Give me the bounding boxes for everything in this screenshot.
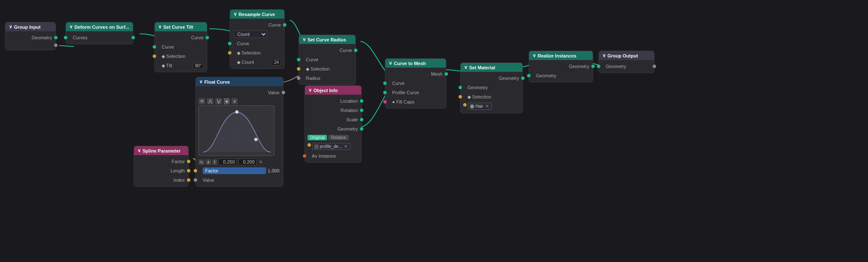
curve-out-socket <box>206 36 209 39</box>
profile-label: profile_de... <box>320 144 342 149</box>
curve-canvas-wrapper <box>196 105 283 158</box>
factor-out-socket <box>187 160 190 163</box>
xy-close-btn[interactable]: ✕ <box>258 159 264 165</box>
sel-socket3 <box>297 67 300 71</box>
curve-to-mesh-node: ∨ Curve to Mesh Mesh Curve Profile Curve… <box>385 58 446 109</box>
rotation-socket <box>360 109 363 112</box>
spline-parameter-header: ∨ Spline Parameter <box>134 146 188 155</box>
tilt-value[interactable]: 90° <box>193 63 203 69</box>
factor-out-row: Factor <box>134 157 188 166</box>
as-instance-row: As Instance <box>305 151 361 161</box>
resample-curve-title: Resample Curve <box>239 12 275 17</box>
wave3-btn[interactable]: ⌇ <box>212 159 217 165</box>
geometry-sm-in: Geometry <box>461 83 522 92</box>
value-out-label: Value <box>268 90 279 95</box>
geometry-label-info: Geometry <box>338 126 358 131</box>
y-input[interactable] <box>238 158 257 165</box>
factor-in-socket <box>194 169 197 172</box>
zoom-in-btn[interactable]: ⋀ <box>207 98 214 104</box>
curve-socket-top <box>283 23 286 27</box>
control-point[interactable] <box>235 110 239 114</box>
profile-curve-row: Profile Curve <box>385 88 446 97</box>
set-material-node: ∨ Set Material Geometry Geometry ◆ Selec… <box>460 63 523 113</box>
more-btn[interactable]: ∨ <box>231 98 238 104</box>
chevron-icon9: ∨ <box>533 53 536 58</box>
count-select[interactable]: Count <box>233 30 267 38</box>
reset-btn[interactable]: ⟲ <box>198 98 205 104</box>
object-info-header: ∨ Object Info <box>305 86 361 95</box>
wave2-btn[interactable]: ∧ <box>206 159 211 165</box>
group-input-header: ∨ Group Input <box>5 22 55 31</box>
geometry-label: Geometry <box>32 35 52 40</box>
chevron-icon10: ∨ <box>602 53 606 58</box>
radius-row: Radius <box>299 74 355 83</box>
radius-label: Radius <box>302 76 320 81</box>
curve-in-row2: Curve <box>230 39 284 48</box>
set-material-title: Set Material <box>469 65 495 70</box>
clip-btn[interactable]: ● <box>224 98 230 104</box>
resample-curve-header: ∨ Resample Curve <box>230 10 284 19</box>
spline-parameter-title: Spline Parameter <box>143 148 181 153</box>
geo-sm-in-label: Geometry <box>464 85 488 90</box>
geometry-ri-in-label: Geometry <box>533 73 556 78</box>
chevron-icon7: ∨ <box>389 60 392 66</box>
curve-label3: Curve <box>302 57 318 62</box>
count-row: ◆ Count 24 <box>230 57 284 67</box>
set-curve-radius-node: ∨ Set Curve Radius Curve Curve ◆ Selecti… <box>299 35 356 85</box>
curve-in2 <box>228 42 231 45</box>
curve-to-mesh-header: ∨ Curve to Mesh <box>385 59 446 68</box>
factor-value: 1.000 <box>268 168 280 173</box>
set-curve-radius-header: ∨ Set Curve Radius <box>299 35 355 44</box>
factor-label-input[interactable] <box>203 167 266 174</box>
xy-row: ∿ ∧ ⌇ ✕ <box>196 158 283 166</box>
curve-label2: Curve <box>233 41 249 46</box>
original-btn[interactable]: Original <box>308 135 327 140</box>
count-value[interactable]: 24 <box>272 59 281 66</box>
count-dropdown-row[interactable]: Count <box>230 30 284 39</box>
float-curve-canvas[interactable] <box>198 105 275 156</box>
sel-row3: ◆ Selection <box>299 64 355 74</box>
wave1-btn[interactable]: ∿ <box>198 159 204 165</box>
profile-icon <box>314 145 319 149</box>
factor-in-row: 1.000 <box>196 166 283 175</box>
chevron-icon11: ∨ <box>199 79 203 85</box>
index-socket <box>187 178 190 182</box>
profile-close-btn[interactable]: ✕ <box>343 144 349 149</box>
relative-btn[interactable]: Relative <box>328 135 349 140</box>
count-label: ◆ Count <box>233 60 254 65</box>
chevron-icon: ∨ <box>9 24 12 30</box>
control-point2[interactable] <box>254 138 258 141</box>
scale-socket <box>360 118 363 121</box>
toggle-row: Original Relative <box>305 134 361 142</box>
hair-close-btn[interactable]: ✕ <box>484 104 490 109</box>
hair-chip[interactable]: Hair ✕ <box>468 103 492 110</box>
hair-icon <box>470 104 474 109</box>
curve-right-label: Curve <box>340 48 352 53</box>
zoom-out-btn[interactable]: ⋁ <box>215 98 222 104</box>
profile-chip-row: profile_de... ✕ <box>305 142 361 151</box>
profile-curve-socket <box>383 91 387 94</box>
hair-label: Hair <box>475 104 483 109</box>
curve-in-ctm: Curve <box>385 79 446 88</box>
selection-in-row: ◆ Selection <box>230 48 284 57</box>
location-socket <box>360 99 363 103</box>
curve-in3: Curve <box>299 55 355 64</box>
geometry-sm-label: Geometry <box>499 76 519 81</box>
sel-sm-label: ◆ Selection <box>464 94 491 100</box>
resample-curve-node: ∨ Resample Curve Curve Count Curve ◆ Sel… <box>230 9 285 69</box>
selection-socket <box>153 55 156 58</box>
geometry-sm-out: Geometry <box>461 74 522 83</box>
factor-inner: 1.000 <box>199 167 280 174</box>
selection-label2: ◆ Selection <box>233 50 261 56</box>
realize-instances-node: ∨ Realize Instances Geometry Geometry <box>529 51 593 82</box>
geometry-go-label: Geometry <box>602 64 626 69</box>
float-curve-node: ∨ Float Curve Value ⟲ ⋀ ⋁ ● ∨ <box>195 77 283 187</box>
object-info-node: ∨ Object Info Location Rotation Scale Ge… <box>305 85 362 163</box>
deform-curves-node: ∨ Deform Curves on Surf... Curves <box>66 22 133 44</box>
float-curve-title: Float Curve <box>204 79 230 85</box>
geometry-output-socket <box>54 36 58 39</box>
location-row: Location <box>305 96 361 106</box>
x-input[interactable] <box>218 158 237 165</box>
scale-row: Scale <box>305 115 361 124</box>
profile-chip[interactable]: profile_de... ✕ <box>312 143 351 150</box>
